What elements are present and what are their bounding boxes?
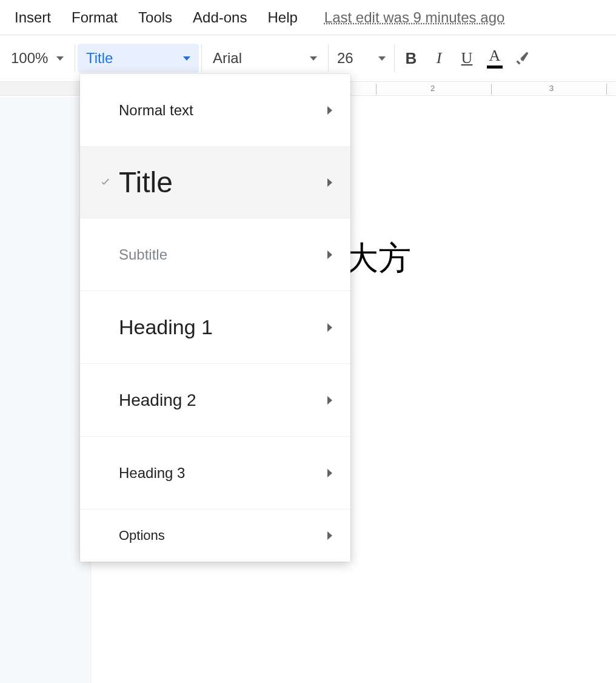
style-option-label: Heading 1 — [119, 315, 323, 339]
ruler-number: 3 — [549, 84, 554, 93]
paragraph-style-value: Title — [86, 50, 113, 67]
highlighter-icon — [514, 50, 531, 67]
menu-tools[interactable]: Tools — [138, 9, 172, 26]
font-dropdown[interactable]: Arial — [204, 44, 326, 73]
style-option-label: Subtitle — [119, 246, 323, 263]
paragraph-style-menu: Normal text Title Subtitle Heading 1 Hea… — [80, 74, 350, 562]
zoom-value: 100% — [11, 50, 48, 67]
font-value: Arial — [213, 50, 242, 67]
paragraph-style-dropdown[interactable]: Title — [78, 44, 199, 73]
highlight-color-button[interactable] — [509, 44, 537, 72]
chevron-right-icon — [327, 396, 332, 405]
font-size-dropdown[interactable]: 26 — [331, 44, 392, 73]
chevron-down-icon — [378, 56, 386, 61]
text-color-button[interactable]: A — [481, 44, 509, 72]
chevron-right-icon — [327, 178, 332, 187]
check-column — [92, 176, 119, 189]
menu-help[interactable]: Help — [267, 9, 297, 26]
style-option-label: Heading 2 — [119, 391, 323, 410]
style-option-subtitle[interactable]: Subtitle — [80, 218, 350, 291]
underline-button[interactable]: U — [453, 44, 481, 72]
chevron-right-icon — [327, 531, 332, 540]
style-option-heading-1[interactable]: Heading 1 — [80, 291, 350, 364]
menu-addons[interactable]: Add-ons — [193, 9, 247, 26]
text-color-swatch — [487, 66, 503, 69]
style-option-title[interactable]: Title — [80, 147, 350, 218]
separator — [201, 45, 202, 72]
zoom-dropdown[interactable]: 100% — [2, 44, 72, 73]
style-option-label: Options — [119, 528, 323, 543]
separator — [75, 45, 75, 72]
style-option-label: Normal text — [119, 102, 323, 119]
font-size-value: 26 — [337, 50, 353, 67]
style-option-label: Heading 3 — [119, 465, 323, 482]
chevron-down-icon — [56, 56, 64, 61]
ruler-number: 2 — [430, 84, 435, 93]
bold-button[interactable]: B — [397, 44, 425, 72]
style-option-options[interactable]: Options — [80, 510, 350, 562]
style-option-heading-3[interactable]: Heading 3 — [80, 437, 350, 510]
style-option-normal-text[interactable]: Normal text — [80, 74, 350, 147]
style-option-label: Title — [119, 166, 323, 199]
ruler-tick — [491, 84, 492, 95]
chevron-right-icon — [327, 323, 332, 332]
last-edit-link[interactable]: Last edit was 9 minutes ago — [324, 9, 505, 26]
menu-insert[interactable]: Insert — [15, 9, 51, 26]
separator — [394, 45, 395, 72]
chevron-right-icon — [327, 106, 332, 115]
chevron-right-icon — [327, 469, 332, 477]
ruler-margin — [0, 82, 91, 95]
check-icon — [99, 176, 112, 189]
style-option-heading-2[interactable]: Heading 2 — [80, 364, 350, 437]
menu-format[interactable]: Format — [72, 9, 118, 26]
menu-bar: Insert Format Tools Add-ons Help Last ed… — [0, 0, 616, 35]
document-left-margin — [0, 97, 91, 683]
chevron-down-icon — [183, 56, 190, 61]
ruler-tick — [376, 84, 377, 95]
ruler-tick — [606, 84, 607, 95]
italic-button[interactable]: I — [425, 44, 453, 72]
separator — [328, 45, 329, 72]
document-title-text[interactable]: 大方 — [346, 237, 411, 281]
chevron-down-icon — [310, 56, 317, 61]
text-color-letter: A — [489, 48, 501, 64]
chevron-right-icon — [327, 251, 332, 259]
